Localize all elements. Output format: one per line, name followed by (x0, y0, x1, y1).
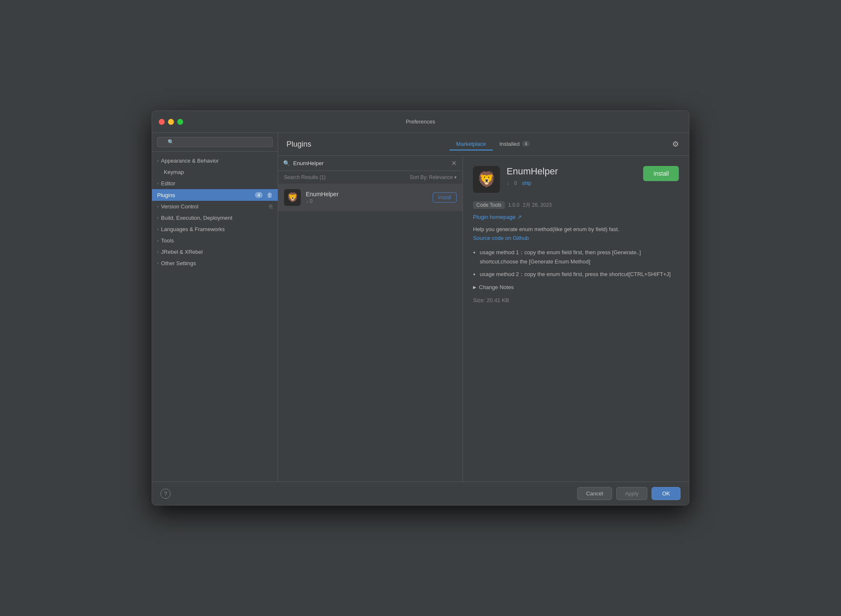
bottom-actions: Cancel Apply OK (577, 487, 681, 500)
preferences-window: Preferences › Appearance & Behavior Keym… (152, 111, 689, 505)
ship-tag: ship (522, 180, 531, 186)
plugin-info: EnumHelper ↓ 0 (306, 191, 428, 204)
sidebar-item-label: Editor (161, 180, 273, 187)
plugin-list-header: Search Results (1) Sort By: Relevance ▾ (278, 171, 463, 184)
copy-icon[interactable]: ⎘ (269, 203, 273, 210)
change-notes-toggle[interactable]: ▶ Change Notes (473, 284, 679, 290)
sidebar-search-area (152, 133, 278, 152)
apply-button[interactable]: Apply (616, 487, 648, 500)
window-title: Preferences (406, 118, 435, 125)
sidebar-item-label: Build, Execution, Deployment (161, 215, 273, 221)
lion-icon: 🦁 (287, 192, 298, 203)
titlebar: Preferences (152, 111, 689, 133)
sort-button[interactable]: Sort By: Relevance ▾ (410, 174, 457, 180)
detail-plugin-name: EnumHelper (507, 166, 636, 177)
homepage-link[interactable]: Plugin homepage ↗ (473, 214, 679, 220)
detail-install-button[interactable]: Install (643, 166, 679, 181)
detail-header: 🦁 EnumHelper ↓ 0 ship Install (473, 166, 679, 193)
sidebar-item-version-control[interactable]: › Version Control ⎘ (152, 201, 278, 212)
chevron-icon: › (157, 238, 158, 243)
sidebar-item-plugins[interactable]: Plugins 4 🗑 (152, 189, 278, 201)
date-tag: 2月 26, 2023 (523, 202, 552, 209)
window-controls (159, 119, 183, 125)
detail-description: Help you generate enum method(like get e… (473, 225, 679, 243)
ok-button[interactable]: OK (652, 487, 681, 500)
sidebar-item-build[interactable]: › Build, Execution, Deployment (152, 212, 278, 224)
sidebar-item-label: Plugins (157, 192, 252, 198)
triangle-right-icon: ▶ (473, 285, 476, 290)
main-content: › Appearance & Behavior Keymap › Editor … (152, 133, 689, 482)
sidebar-item-label: Keymap (164, 169, 273, 175)
detail-info: EnumHelper ↓ 0 ship (507, 166, 636, 186)
list-item[interactable]: 🦁 EnumHelper ↓ 0 Install (278, 184, 463, 211)
maximize-button[interactable] (177, 119, 183, 125)
list-item: usage method 2：copy the enum field first… (480, 270, 679, 279)
sidebar-search-wrap (157, 137, 273, 147)
plugin-search-input[interactable] (293, 160, 447, 166)
chevron-icon: › (157, 204, 158, 209)
settings-gear-button[interactable]: ⚙ (670, 138, 681, 150)
detail-bullet-list: usage method 1：copy the enum field first… (480, 248, 679, 279)
plugins-badge: 4 (255, 192, 263, 198)
detail-downloads: 0 (514, 180, 517, 186)
close-button[interactable] (159, 119, 165, 125)
plugins-title: Plugins (286, 140, 311, 149)
sidebar-item-label: Appearance & Behavior (161, 158, 273, 164)
results-label: Search Results (1) (284, 174, 326, 180)
chevron-icon: › (157, 181, 158, 186)
detail-meta: ↓ 0 ship (507, 180, 636, 186)
tab-marketplace[interactable]: Marketplace (449, 138, 493, 150)
bottom-bar: ? Cancel Apply OK (152, 482, 689, 505)
chevron-icon: › (157, 216, 158, 220)
tab-installed-label: Installed (499, 141, 520, 147)
sidebar-item-appearance[interactable]: › Appearance & Behavior (152, 155, 278, 166)
plugin-list: 🦁 EnumHelper ↓ 0 Install (278, 184, 463, 482)
source-link[interactable]: Source code on Github (473, 235, 529, 241)
plugin-logo: 🦁 (284, 189, 301, 206)
sidebar-item-keymap[interactable]: Keymap (152, 166, 278, 178)
plugin-list-panel: 🔍 ✕ Search Results (1) Sort By: Relevanc… (278, 156, 463, 482)
sidebar-item-label: Tools (161, 237, 273, 244)
detail-size: Size: 20.41 KB (473, 297, 679, 303)
chevron-down-icon: ▾ (454, 174, 457, 180)
sort-label: Sort By: Relevance (410, 174, 453, 180)
chevron-icon: › (157, 261, 158, 266)
minimize-button[interactable] (168, 119, 174, 125)
version-tag: 1.0.0 (508, 202, 520, 208)
sidebar-item-label: Other Settings (161, 260, 273, 266)
tab-bar: Marketplace Installed 4 (324, 138, 662, 150)
tab-installed[interactable]: Installed 4 (493, 138, 537, 150)
detail-logo: 🦁 (473, 166, 500, 193)
help-button[interactable]: ? (160, 489, 171, 499)
sidebar-search-input[interactable] (157, 137, 273, 147)
sidebar-item-label: Languages & Frameworks (161, 226, 273, 232)
plugins-split: 🔍 ✕ Search Results (1) Sort By: Relevanc… (278, 156, 689, 482)
plugin-install-button[interactable]: Install (433, 192, 457, 203)
cancel-button[interactable]: Cancel (577, 487, 612, 500)
plugin-name: EnumHelper (306, 191, 428, 197)
sidebar-item-jrebel[interactable]: › JRebel & XRebel (152, 246, 278, 258)
detail-lion-icon: 🦁 (477, 171, 496, 188)
sidebar-item-label: Version Control (161, 203, 267, 210)
installed-badge: 4 (522, 141, 530, 147)
list-item: usage method 1：copy the enum field first… (480, 248, 679, 266)
sidebar-item-languages[interactable]: › Languages & Frameworks (152, 224, 278, 235)
plugin-downloads: ↓ 0 (306, 198, 428, 204)
plugins-area: Plugins Marketplace Installed 4 ⚙ (278, 133, 689, 482)
search-icon: 🔍 (283, 160, 290, 166)
plugin-detail-panel: 🦁 EnumHelper ↓ 0 ship Install (463, 156, 689, 482)
sidebar-item-other[interactable]: › Other Settings (152, 258, 278, 269)
sidebar-item-editor[interactable]: › Editor (152, 178, 278, 189)
sidebar-nav: › Appearance & Behavior Keymap › Editor … (152, 152, 278, 482)
detail-tags: Code Tools 1.0.0 2月 26, 2023 (473, 201, 679, 209)
sidebar-item-tools[interactable]: › Tools (152, 235, 278, 246)
clear-search-button[interactable]: ✕ (450, 159, 457, 167)
chevron-icon: › (157, 227, 158, 232)
plugin-search-bar: 🔍 ✕ (278, 156, 463, 171)
delete-icon[interactable]: 🗑 (267, 192, 273, 198)
chevron-icon: › (157, 158, 158, 163)
category-tag: Code Tools (473, 201, 505, 209)
tab-marketplace-label: Marketplace (456, 141, 486, 147)
plugins-header: Plugins Marketplace Installed 4 ⚙ (278, 133, 689, 156)
download-icon: ↓ (507, 180, 509, 186)
